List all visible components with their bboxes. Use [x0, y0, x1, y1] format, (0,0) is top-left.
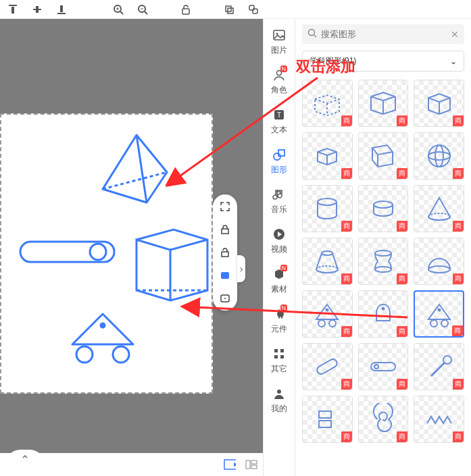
shape-prism[interactable] [133, 226, 211, 304]
svg-rect-38 [251, 465, 257, 469]
shape-pill-slider[interactable] [18, 240, 116, 264]
commercial-badge: 商 [453, 379, 464, 390]
svg-point-67 [318, 320, 325, 327]
svg-rect-37 [251, 460, 257, 464]
category-mine[interactable]: 我的 [271, 387, 287, 415]
shape-tile-hourglass[interactable]: 商 [358, 238, 409, 285]
svg-point-55 [428, 145, 450, 167]
shape-tile-rects-stack[interactable]: 商 [302, 396, 353, 443]
svg-point-70 [382, 308, 384, 310]
svg-point-63 [375, 250, 391, 256]
shape-tile-bell[interactable]: 商 [358, 290, 409, 338]
svg-marker-35 [234, 462, 236, 467]
rotate-icon[interactable] [220, 247, 230, 258]
align-bottom-icon[interactable] [55, 3, 68, 16]
commercial-badge: 商 [453, 273, 464, 284]
shape-tile-lever[interactable]: 商 [414, 343, 464, 390]
shape-pyramid[interactable] [99, 132, 170, 206]
shape-tile-spiral[interactable]: 商 [358, 396, 409, 443]
layout-icon[interactable] [245, 460, 257, 469]
shape-tile-cone[interactable]: 商 [414, 185, 464, 232]
search-input[interactable] [321, 29, 447, 39]
zoom-out-icon[interactable] [137, 3, 149, 16]
svg-rect-81 [319, 421, 331, 427]
shape-tile-cart-triangle[interactable]: 商 [302, 290, 353, 338]
svg-line-7 [120, 11, 123, 14]
canvas[interactable] [0, 113, 213, 394]
category-material[interactable]: 素材N [271, 267, 287, 295]
other-icon [272, 347, 286, 361]
copy-icon[interactable] [223, 3, 235, 16]
shape-tile-frustum[interactable]: 商 [302, 238, 353, 285]
category-label: 元件 [271, 323, 287, 335]
commercial-badge: 商 [341, 431, 352, 442]
shape-cart-triangle[interactable] [66, 311, 140, 365]
category-role[interactable]: 角色N [271, 68, 287, 96]
fill-icon[interactable] [220, 270, 230, 281]
svg-line-54 [314, 35, 316, 37]
category-dropdown[interactable]: 学科图形(91) ⌄ [302, 51, 464, 72]
category-shape[interactable]: 图形 [271, 148, 287, 176]
shape-tile-box-open[interactable]: 商 [358, 80, 409, 127]
svg-rect-48 [274, 349, 278, 352]
category-text[interactable]: T文本 [271, 108, 287, 136]
fullscreen-icon[interactable] [220, 201, 230, 212]
align-top-icon[interactable] [7, 3, 19, 16]
commercial-badge: 商 [341, 326, 352, 337]
svg-point-44 [274, 153, 280, 160]
unlock-icon[interactable] [180, 3, 192, 16]
category-image[interactable]: 图片 [271, 28, 287, 56]
svg-point-28 [113, 346, 129, 363]
category-other[interactable]: 其它 [271, 347, 287, 375]
svg-rect-50 [274, 355, 278, 359]
zoom-in-icon[interactable] [112, 3, 124, 16]
copy-group-icon[interactable] [247, 3, 259, 16]
shape-tile-cube-dashed[interactable]: 商 [302, 80, 353, 127]
page-thumb-icon[interactable] [224, 460, 236, 469]
shape-tile-pill[interactable]: 商 [358, 343, 409, 390]
commercial-badge: 商 [453, 168, 464, 179]
svg-point-26 [101, 323, 105, 327]
panel-expand-handle[interactable]: › [237, 255, 245, 282]
align-middle-icon[interactable] [31, 3, 43, 16]
svg-point-73 [441, 320, 448, 327]
text-tool-icon[interactable] [220, 293, 230, 304]
svg-line-23 [170, 240, 207, 250]
shape-tile-pill-angled[interactable]: 商 [302, 343, 353, 390]
shape-tile-cylinder[interactable]: 商 [302, 185, 353, 232]
shape-tile-sphere[interactable]: 商 [414, 132, 464, 180]
category-music[interactable]: 音乐 [271, 188, 287, 215]
shape-tile-cube-solid[interactable]: 商 [414, 80, 464, 127]
category-component[interactable]: 元件N [271, 307, 287, 335]
category-label: 图片 [271, 45, 287, 56]
shape-tile-cube-small[interactable]: 商 [302, 132, 353, 180]
search-box[interactable]: ✕ [302, 24, 464, 44]
category-label: 图形 [271, 164, 287, 176]
svg-rect-30 [222, 252, 228, 257]
svg-rect-5 [60, 5, 63, 12]
shape-tile-prism-skew[interactable]: 商 [358, 132, 409, 180]
category-label: 其它 [271, 363, 287, 375]
shape-tile-zigzag[interactable]: 商 [414, 396, 464, 443]
svg-rect-31 [221, 272, 229, 279]
svg-point-22 [90, 244, 106, 260]
commercial-badge: 商 [397, 115, 407, 126]
category-video[interactable]: 视频 [271, 228, 287, 255]
svg-point-64 [375, 267, 391, 272]
commercial-badge: 商 [397, 326, 407, 337]
shape-tile-dome[interactable]: 商 [414, 238, 464, 285]
category-label: 我的 [271, 403, 287, 415]
canvas-area[interactable]: › [0, 19, 263, 476]
svg-point-58 [318, 199, 337, 205]
music-icon [272, 188, 286, 201]
shape-tile-cart-triangle-active[interactable]: 商 [414, 290, 464, 338]
svg-point-57 [435, 145, 443, 167]
lock-shape-icon[interactable] [220, 224, 230, 235]
category-label: 音乐 [271, 204, 287, 215]
svg-text:T: T [277, 111, 281, 119]
footer-tab-handle[interactable] [5, 450, 45, 465]
shape-icon [272, 148, 286, 161]
shape-tile-cylinder-short[interactable]: 商 [358, 185, 409, 232]
svg-point-69 [326, 309, 328, 311]
clear-icon[interactable]: ✕ [451, 29, 459, 40]
